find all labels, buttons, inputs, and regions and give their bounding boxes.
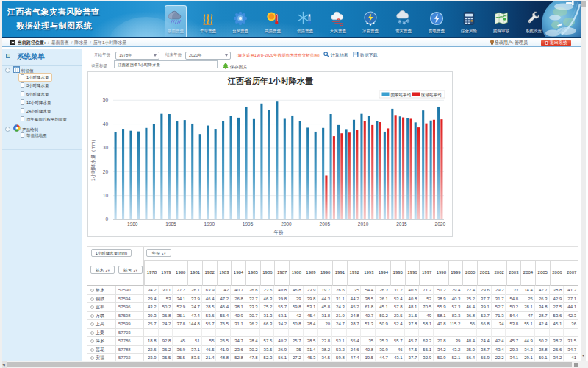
svg-text:1985: 1985 xyxy=(165,222,176,227)
svg-text:2010: 2010 xyxy=(358,222,369,227)
svg-text:2020: 2020 xyxy=(435,222,446,227)
svg-text:50: 50 xyxy=(103,97,109,102)
svg-text:1995: 1995 xyxy=(243,222,254,227)
svg-text:年份: 年份 xyxy=(274,230,284,236)
svg-text:江西省历年1小时降水量: 江西省历年1小时降水量 xyxy=(227,77,313,85)
svg-text:40: 40 xyxy=(103,121,109,127)
svg-text:区域站平均: 区域站平均 xyxy=(421,93,442,97)
svg-text:10: 10 xyxy=(103,193,109,198)
svg-text:2000: 2000 xyxy=(281,222,292,227)
svg-text:1小时降水量（mm）: 1小时降水量（mm） xyxy=(90,137,96,181)
svg-text:0: 0 xyxy=(105,216,108,222)
svg-text:30: 30 xyxy=(103,145,109,150)
svg-text:国家站平均: 国家站平均 xyxy=(391,93,412,98)
svg-text:2015: 2015 xyxy=(396,222,407,227)
svg-text:2005: 2005 xyxy=(320,222,331,227)
svg-text:1990: 1990 xyxy=(204,222,215,227)
svg-text:1980: 1980 xyxy=(127,222,138,227)
svg-text:20: 20 xyxy=(103,169,109,174)
